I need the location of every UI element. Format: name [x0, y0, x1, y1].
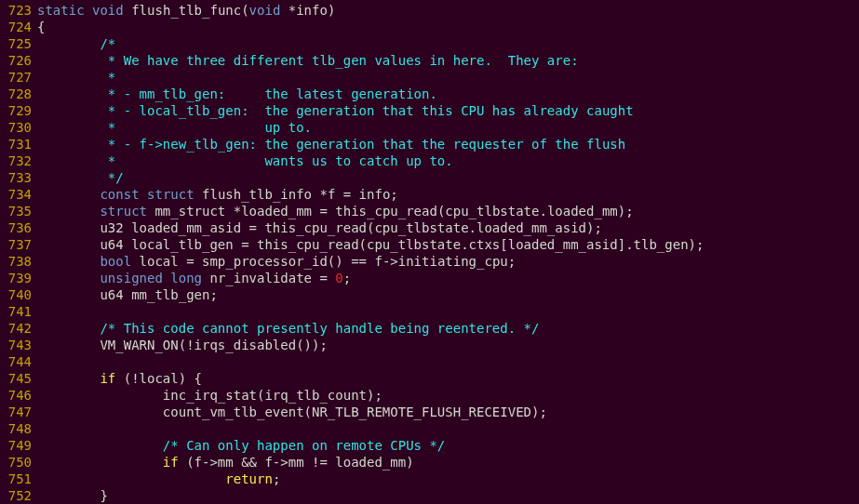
line-number: 751 [0, 471, 37, 487]
token-comment: * [100, 70, 115, 85]
code-line[interactable]: 749 /* Can only happen on remote CPUs */ [0, 437, 859, 454]
token-comment: * We have three different tlb_gen values… [100, 53, 578, 68]
code-line[interactable]: 733 */ [0, 169, 859, 186]
code-line[interactable]: 745 if (!local) { [0, 370, 859, 387]
code-content[interactable]: * up to. [37, 119, 859, 136]
code-content[interactable]: * - local_tlb_gen: the generation that t… [37, 102, 859, 119]
code-line[interactable]: 725 /* [0, 35, 859, 52]
code-content[interactable]: * wants us to catch up to. [37, 153, 859, 169]
line-number: 748 [0, 420, 37, 437]
token-comment: * wants us to catch up to. [100, 153, 452, 168]
code-content[interactable]: * - f->new_tlb_gen: the generation that … [37, 136, 859, 153]
code-content[interactable]: { [37, 19, 859, 35]
code-line[interactable]: 732 * wants us to catch up to. [0, 153, 859, 169]
code-content[interactable] [37, 420, 859, 437]
token-plain [37, 187, 100, 202]
token-num: 0 [335, 271, 342, 285]
token-plain [37, 86, 100, 101]
token-plain [85, 3, 92, 18]
token-plain: *info) [280, 3, 335, 18]
code-content[interactable]: /* [37, 35, 859, 52]
code-content[interactable]: u32 loaded_mm_asid = this_cpu_read(cpu_t… [37, 219, 859, 236]
code-content[interactable]: const struct flush_tlb_info *f = info; [37, 186, 859, 203]
code-content[interactable]: u64 local_tlb_gen = this_cpu_read(cpu_tl… [37, 236, 859, 253]
code-line[interactable]: 741 [0, 303, 859, 320]
token-plain: } [37, 488, 108, 503]
code-line[interactable]: 744 [0, 353, 859, 370]
code-line[interactable]: 735 struct mm_struct *loaded_mm = this_c… [0, 203, 859, 219]
token-kw-flow: if [100, 371, 115, 386]
code-line[interactable]: 724{ [0, 19, 859, 35]
code-content[interactable] [37, 303, 859, 320]
token-comment: /* [100, 36, 115, 51]
code-line[interactable]: 727 * [0, 69, 859, 86]
line-number: 752 [0, 487, 37, 504]
token-kw-type: unsigned [100, 271, 162, 285]
token-plain: u64 mm_tlb_gen; [37, 287, 218, 302]
token-plain: ; [273, 471, 280, 486]
code-line[interactable]: 746 inc_irq_stat(irq_tlb_count); [0, 387, 859, 404]
token-plain: flush_tlb_info *f = info; [195, 187, 398, 202]
code-content[interactable]: unsigned long nr_invalidate = 0; [37, 270, 859, 286]
code-content[interactable]: count_vm_tlb_event(NR_TLB_REMOTE_FLUSH_R… [37, 404, 859, 420]
code-line[interactable]: 734 const struct flush_tlb_info *f = inf… [0, 186, 859, 203]
code-line[interactable]: 730 * up to. [0, 119, 859, 136]
token-plain: { [37, 20, 45, 34]
code-content[interactable]: * [37, 69, 859, 86]
token-comment: * - f->new_tlb_gen: the generation that … [100, 137, 625, 152]
code-content[interactable]: struct mm_struct *loaded_mm = this_cpu_r… [37, 203, 859, 219]
token-plain [37, 137, 100, 152]
line-number: 728 [0, 86, 37, 102]
code-content[interactable]: */ [37, 169, 859, 186]
code-line[interactable]: 726 * We have three different tlb_gen va… [0, 52, 859, 69]
code-content[interactable]: if (f->mm && f->mm != loaded_mm) [37, 454, 859, 471]
line-number: 742 [0, 320, 37, 337]
token-plain [37, 120, 100, 135]
line-number: 747 [0, 404, 37, 420]
token-plain [37, 371, 100, 386]
code-line[interactable]: 736 u32 loaded_mm_asid = this_cpu_read(c… [0, 219, 859, 236]
code-line[interactable]: 723static void flush_tlb_func(void *info… [0, 2, 859, 19]
code-content[interactable]: } [37, 487, 859, 504]
token-kw-type: static [37, 3, 85, 18]
code-line[interactable]: 731 * - f->new_tlb_gen: the generation t… [0, 136, 859, 153]
code-content[interactable]: bool local = smp_processor_id() == f->in… [37, 253, 859, 270]
code-content[interactable]: * We have three different tlb_gen values… [37, 52, 859, 69]
code-line[interactable]: 737 u64 local_tlb_gen = this_cpu_read(cp… [0, 236, 859, 253]
line-number: 726 [0, 52, 37, 69]
code-line[interactable]: 750 if (f->mm && f->mm != loaded_mm) [0, 454, 859, 471]
code-content[interactable]: inc_irq_stat(irq_tlb_count); [37, 387, 859, 404]
code-line[interactable]: 738 bool local = smp_processor_id() == f… [0, 253, 859, 270]
token-plain: count_vm_tlb_event(NR_TLB_REMOTE_FLUSH_R… [37, 405, 547, 419]
token-kw-type: void [249, 3, 281, 18]
code-line[interactable]: 740 u64 mm_tlb_gen; [0, 286, 859, 303]
code-content[interactable]: /* Can only happen on remote CPUs */ [37, 437, 859, 454]
code-line[interactable]: 742 /* This code cannot presently handle… [0, 320, 859, 337]
token-plain: inc_irq_stat(irq_tlb_count); [37, 388, 383, 403]
code-content[interactable]: u64 mm_tlb_gen; [37, 286, 859, 303]
token-kw-type: const [100, 187, 139, 202]
code-content[interactable]: /* This code cannot presently handle bei… [37, 320, 859, 337]
line-number: 734 [0, 186, 37, 203]
code-line[interactable]: 752 } [0, 487, 859, 504]
code-content[interactable]: static void flush_tlb_func(void *info) [37, 2, 859, 19]
token-plain: (!local) { [115, 371, 202, 386]
token-kw-type: struct [147, 187, 195, 202]
code-content[interactable]: return; [37, 471, 859, 487]
line-number: 745 [0, 370, 37, 387]
code-line[interactable]: 751 return; [0, 471, 859, 487]
code-line[interactable]: 743 VM_WARN_ON(!irqs_disabled()); [0, 337, 859, 353]
token-kw-type: bool [100, 254, 131, 269]
code-content[interactable]: * - mm_tlb_gen: the latest generation. [37, 86, 859, 102]
code-line[interactable]: 729 * - local_tlb_gen: the generation th… [0, 102, 859, 119]
code-line[interactable]: 748 [0, 420, 859, 437]
code-line[interactable]: 728 * - mm_tlb_gen: the latest generatio… [0, 86, 859, 102]
token-plain [37, 153, 100, 168]
code-content[interactable]: VM_WARN_ON(!irqs_disabled()); [37, 337, 859, 353]
code-editor[interactable]: 723static void flush_tlb_func(void *info… [0, 0, 859, 504]
code-line[interactable]: 747 count_vm_tlb_event(NR_TLB_REMOTE_FLU… [0, 404, 859, 420]
code-content[interactable]: if (!local) { [37, 370, 859, 387]
code-content[interactable] [37, 353, 859, 370]
line-number: 736 [0, 219, 37, 236]
code-line[interactable]: 739 unsigned long nr_invalidate = 0; [0, 270, 859, 286]
